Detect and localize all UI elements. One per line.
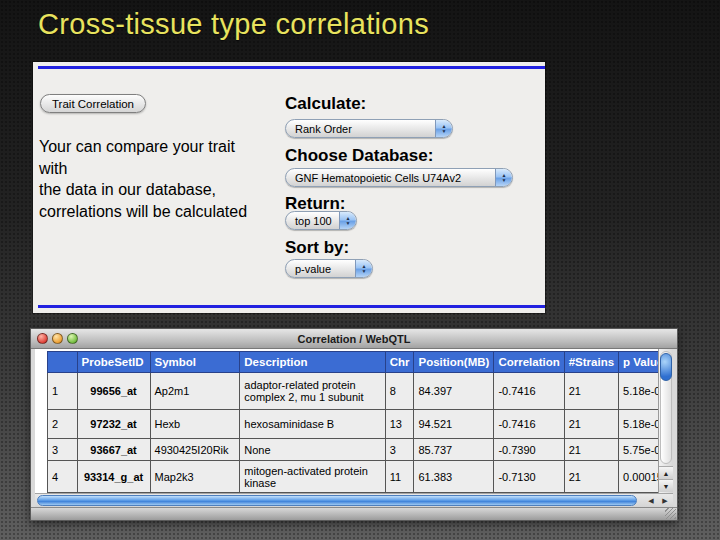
choose-database-label: Choose Database: <box>285 146 433 166</box>
sort-by-label: Sort by: <box>285 238 349 258</box>
down-arrow-icon: ▼ <box>362 269 367 274</box>
table-row: 2 97232_at Hexb hexosaminidase B 13 94.5… <box>48 410 673 439</box>
resize-grip-icon[interactable] <box>665 508 676 519</box>
calculate-select[interactable]: Rank Order ▲ ▼ <box>285 119 453 138</box>
chr-cell: 13 <box>385 410 414 439</box>
return-select-value: top 100 <box>286 215 332 227</box>
calculate-label: Calculate: <box>285 94 366 114</box>
row-number: 1 <box>48 373 78 410</box>
vertical-scrollbar[interactable]: ▲ ▼ <box>658 349 673 493</box>
horizontal-scrollbar[interactable]: ◀ ▶ <box>35 493 673 507</box>
row-number: 4 <box>48 461 78 493</box>
down-arrow-icon: ▼ <box>502 178 507 183</box>
stepper-arrows-icon: ▲ ▼ <box>339 212 356 229</box>
chr-cell: 8 <box>385 373 414 410</box>
symbol-link[interactable]: Map2k3 <box>150 461 240 493</box>
position-cell: 61.383 <box>414 461 494 493</box>
description-cell: None <box>240 439 385 461</box>
stepper-arrows-icon: ▲ ▼ <box>435 120 452 137</box>
row-number: 3 <box>48 439 78 461</box>
col-header-chr: Chr <box>385 352 414 373</box>
sort-by-select-value: p-value <box>286 263 331 275</box>
col-header-position: Position(MB) <box>414 352 494 373</box>
sort-by-select[interactable]: p-value ▲ ▼ <box>285 259 373 278</box>
position-cell: 85.737 <box>414 439 494 461</box>
strains-cell: 21 <box>564 461 618 493</box>
col-header-correlation: Correlation <box>494 352 564 373</box>
page-title: Cross-tissue type correlations <box>38 8 429 41</box>
top-divider <box>38 66 545 69</box>
description-cell: hexosaminidase B <box>240 410 385 439</box>
chr-cell: 3 <box>385 439 414 461</box>
close-button[interactable] <box>37 333 48 344</box>
symbol-link[interactable]: Hexb <box>150 410 240 439</box>
probeset-link[interactable]: 97232_at <box>77 410 150 439</box>
row-number: 2 <box>48 410 78 439</box>
trait-correlation-form-panel: Trait Correlation Your can compare your … <box>33 62 545 313</box>
probeset-link[interactable]: 93667_at <box>77 439 150 461</box>
minimize-button[interactable] <box>52 333 63 344</box>
vertical-scrollbar-buttons: ▲ ▼ <box>659 466 673 492</box>
correlation-results-window: Correlation / WebQTL ProbeSetID Symbol D… <box>30 328 678 521</box>
col-header-description: Description <box>240 352 385 373</box>
correlation-table: ProbeSetID Symbol Description Chr Positi… <box>47 351 673 493</box>
symbol-link[interactable]: 4930425I20Rik <box>150 439 240 461</box>
scroll-left-button[interactable]: ◀ <box>644 496 658 506</box>
calculate-select-value: Rank Order <box>286 123 352 135</box>
scroll-up-button[interactable]: ▲ <box>659 466 673 479</box>
down-arrow-icon: ▼ <box>442 129 447 134</box>
strains-cell: 21 <box>564 373 618 410</box>
description-cell: adaptor-related protein complex 2, mu 1 … <box>240 373 385 410</box>
window-content: ProbeSetID Symbol Description Chr Positi… <box>35 349 673 493</box>
probeset-link[interactable]: 93314_g_at <box>77 461 150 493</box>
description-line: Your can compare your trait <box>39 136 289 158</box>
scroll-right-button[interactable]: ▶ <box>658 496 672 506</box>
horizontal-scrollbar-thumb[interactable] <box>37 495 637 506</box>
trait-correlation-button[interactable]: Trait Correlation <box>40 94 146 113</box>
strains-cell: 21 <box>564 410 618 439</box>
description-line: the data in our database, <box>39 179 289 201</box>
description-line: correlations will be calculated <box>39 201 289 223</box>
zoom-button[interactable] <box>67 333 78 344</box>
horizontal-scrollbar-buttons: ◀ ▶ <box>644 496 672 506</box>
stepper-arrows-icon: ▲ ▼ <box>355 260 372 277</box>
database-select-value: GNF Hematopoietic Cells U74Av2 <box>286 172 461 184</box>
window-statusbar <box>31 507 677 520</box>
database-select[interactable]: GNF Hematopoietic Cells U74Av2 ▲ ▼ <box>285 168 513 187</box>
correlation-link[interactable]: -0.7130 <box>494 461 564 493</box>
down-arrow-icon: ▼ <box>346 221 351 226</box>
position-cell: 84.397 <box>414 373 494 410</box>
correlation-link[interactable]: -0.7390 <box>494 439 564 461</box>
table-row: 4 93314_g_at Map2k3 mitogen-activated pr… <box>48 461 673 493</box>
description-line: with <box>39 158 289 180</box>
symbol-link[interactable]: Ap2m1 <box>150 373 240 410</box>
return-select[interactable]: top 100 ▲ ▼ <box>285 211 357 230</box>
col-header-strains: #Strains <box>564 352 618 373</box>
chr-cell: 11 <box>385 461 414 493</box>
window-title: Correlation / WebQTL <box>31 333 677 345</box>
scroll-down-button[interactable]: ▼ <box>659 479 673 492</box>
col-header-probesetid: ProbeSetID <box>77 352 150 373</box>
table-row: 3 93667_at 4930425I20Rik None 3 85.737 -… <box>48 439 673 461</box>
correlation-link[interactable]: -0.7416 <box>494 410 564 439</box>
vertical-scrollbar-thumb[interactable] <box>660 353 672 381</box>
correlation-link[interactable]: -0.7416 <box>494 373 564 410</box>
col-header-index <box>48 352 78 373</box>
window-titlebar[interactable]: Correlation / WebQTL <box>31 329 677 349</box>
description-cell: mitogen-activated protein kinase <box>240 461 385 493</box>
form-description-text: Your can compare your trait with the dat… <box>39 136 289 222</box>
col-header-symbol: Symbol <box>150 352 240 373</box>
table-header-row: ProbeSetID Symbol Description Chr Positi… <box>48 352 673 373</box>
position-cell: 94.521 <box>414 410 494 439</box>
stepper-arrows-icon: ▲ ▼ <box>495 169 512 186</box>
table-row: 1 99656_at Ap2m1 adaptor-related protein… <box>48 373 673 410</box>
probeset-link[interactable]: 99656_at <box>77 373 150 410</box>
bottom-divider <box>38 305 545 308</box>
strains-cell: 21 <box>564 439 618 461</box>
